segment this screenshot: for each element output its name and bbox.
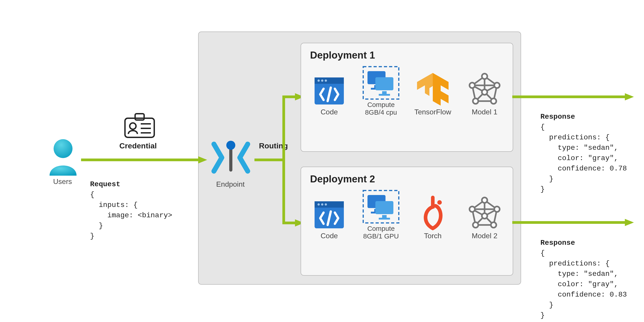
svg-marker-76 — [625, 93, 634, 100]
framework-label: TensorFlow — [414, 108, 451, 116]
response-line: color: "gray", — [540, 154, 618, 162]
framework-label: Torch — [424, 232, 442, 240]
svg-point-73 — [473, 222, 478, 228]
response-title: Response — [540, 112, 575, 121]
code-label: Code — [321, 232, 338, 240]
request-line: inputs: { — [90, 201, 138, 209]
deployment-1-title: Deployment 1 — [301, 43, 513, 61]
response-line: color: "gray", — [540, 280, 618, 288]
svg-marker-26 — [417, 73, 433, 96]
request-block: Request { inputs: { image: <binary> } } — [90, 169, 172, 242]
response-line: type: "sedan", — [540, 144, 618, 152]
model-label: Model 1 — [472, 108, 498, 116]
compute-cell: Compute 8GB/1 GPU — [356, 189, 406, 240]
compute-icon — [362, 65, 400, 101]
svg-marker-7 — [198, 156, 207, 164]
response-line: confidence: 0.78 — [540, 164, 627, 173]
response-line: } — [540, 175, 554, 183]
svg-point-43 — [491, 98, 496, 104]
endpoint-label: Endpoint — [216, 180, 244, 188]
svg-point-9 — [226, 141, 235, 150]
model-graph-icon — [466, 72, 502, 108]
response-line: predictions: { — [540, 133, 610, 142]
arrow-user-endpoint — [81, 155, 207, 164]
response-line: { — [540, 123, 545, 131]
svg-rect-57 — [379, 218, 390, 220]
svg-point-44 — [482, 90, 487, 95]
svg-point-14 — [318, 80, 320, 82]
svg-point-42 — [473, 98, 478, 104]
arrow-routing-top — [254, 90, 304, 162]
compute-cell: Compute 8GB/4 cpu — [356, 65, 406, 116]
compute-spec: 8GB/1 GPU — [363, 232, 399, 240]
svg-point-49 — [325, 203, 327, 206]
request-line: image: <binary> — [90, 211, 172, 220]
svg-point-75 — [482, 213, 487, 219]
model-cell: Model 1 — [460, 72, 509, 116]
framework-cell: TensorFlow — [408, 72, 458, 116]
credential-badge-icon — [123, 112, 156, 140]
response-line: type: "sedan", — [540, 270, 618, 278]
credential-label: Credential — [119, 142, 157, 150]
svg-point-16 — [325, 80, 327, 82]
response-line: predictions: { — [540, 260, 610, 268]
deployment-2-title: Deployment 2 — [301, 167, 513, 185]
code-icon — [312, 198, 346, 232]
svg-rect-24 — [379, 94, 390, 96]
tensorflow-icon — [416, 72, 450, 108]
model-cell: Model 2 — [460, 196, 509, 240]
response-line: } — [540, 311, 545, 320]
framework-cell: Torch — [408, 196, 458, 240]
model-label: Model 2 — [472, 232, 498, 240]
code-cell: Code — [304, 198, 354, 240]
deployment-1-box: Deployment 1 Code — [300, 43, 513, 152]
compute-spec: 8GB/4 cpu — [365, 108, 397, 116]
svg-point-74 — [491, 222, 496, 228]
svg-rect-56 — [382, 215, 387, 218]
svg-point-39 — [482, 74, 487, 79]
arrow-routing-bottom — [254, 158, 304, 230]
compute-label: Compute — [367, 101, 395, 108]
request-title: Request — [90, 180, 120, 188]
request-line: { — [90, 190, 94, 199]
response-2-block: Response { predictions: { type: "sedan",… — [540, 228, 627, 321]
svg-point-0 — [54, 139, 72, 158]
svg-point-3 — [130, 123, 136, 129]
svg-point-15 — [321, 80, 323, 82]
code-cell: Code — [304, 74, 354, 116]
request-line: } — [90, 222, 103, 230]
compute-icon — [362, 189, 400, 225]
arrow-out-1 — [512, 92, 634, 101]
users-label: Users — [53, 178, 72, 186]
deployment-2-box: Deployment 2 Code — [300, 167, 513, 276]
svg-marker-77 — [625, 219, 634, 226]
svg-rect-2 — [135, 114, 144, 120]
response-line: confidence: 0.83 — [540, 290, 627, 299]
svg-point-40 — [470, 83, 475, 88]
model-graph-icon — [466, 196, 502, 232]
svg-point-70 — [482, 198, 487, 203]
request-line: } — [90, 232, 94, 240]
response-line: } — [540, 185, 545, 194]
response-line: } — [540, 301, 554, 309]
svg-point-72 — [494, 206, 500, 212]
endpoint-icon — [210, 137, 252, 178]
compute-label: Compute — [367, 225, 395, 232]
svg-point-71 — [470, 206, 475, 212]
svg-marker-27 — [441, 91, 448, 103]
svg-rect-23 — [382, 91, 387, 94]
svg-point-41 — [494, 83, 500, 88]
response-title: Response — [540, 239, 575, 247]
svg-rect-55 — [375, 201, 394, 214]
arrow-out-2 — [512, 218, 634, 227]
response-line: { — [540, 249, 545, 257]
svg-point-47 — [318, 203, 320, 206]
response-1-block: Response { predictions: { type: "sedan",… — [540, 101, 627, 194]
code-icon — [312, 74, 346, 108]
svg-point-48 — [321, 203, 323, 206]
code-label: Code — [321, 108, 338, 116]
user-icon — [47, 137, 79, 176]
pytorch-icon — [417, 196, 448, 232]
svg-rect-22 — [375, 77, 394, 90]
svg-point-58 — [437, 200, 442, 205]
